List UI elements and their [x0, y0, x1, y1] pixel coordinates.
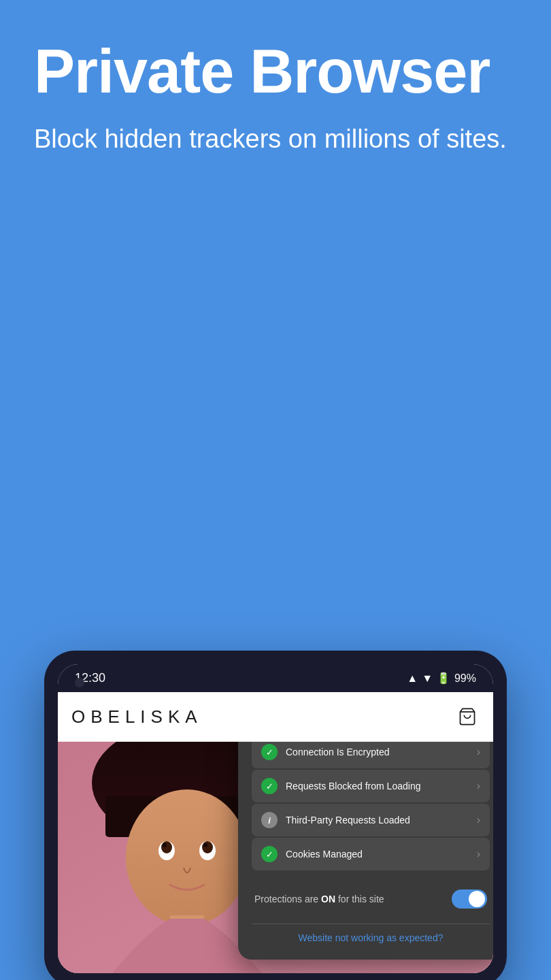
- security-item-third-party[interactable]: i Third-Party Requests Loaded ›: [252, 804, 490, 836]
- hero-title: Private Browser: [34, 41, 517, 102]
- phone-container: 12:30 ▲ ▼ 🔋 99% OBELISKA: [44, 651, 507, 980]
- security-label-encrypted: Connection Is Encrypted: [286, 747, 390, 757]
- svg-point-7: [161, 841, 172, 853]
- phone-screen: 12:30 ▲ ▼ 🔋 99% OBELISKA: [58, 664, 493, 973]
- security-label-blocked: Requests Blocked from Loading: [286, 781, 420, 791]
- security-list: ✓ Connection Is Encrypted › ✓ Requests B…: [252, 742, 490, 870]
- check-icon-blocked: ✓: [261, 778, 278, 794]
- status-bar: 12:30 ▲ ▼ 🔋 99%: [58, 664, 493, 692]
- not-working-link[interactable]: Website not working as expected?: [252, 932, 490, 946]
- chevron-icon-third-party: ›: [477, 814, 480, 826]
- hero-subtitle: Block hidden trackers on millions of sit…: [34, 122, 517, 156]
- phone-frame: 12:30 ▲ ▼ 🔋 99% OBELISKA: [44, 651, 507, 980]
- hero-section: Private Browser Block hidden trackers on…: [0, 0, 551, 210]
- toggle-thumb: [469, 891, 485, 907]
- panel-divider: [252, 924, 490, 924]
- security-label-third-party: Third-Party Requests Loaded: [286, 815, 410, 826]
- camera-notch: [75, 678, 84, 687]
- svg-point-10: [203, 843, 207, 847]
- security-item-cookies[interactable]: ✓ Cookies Managed ›: [252, 838, 490, 870]
- check-icon-cookies: ✓: [261, 846, 278, 862]
- svg-point-8: [202, 841, 213, 853]
- protections-row: Protections are ON for this site: [252, 883, 490, 915]
- website-logo: OBELISKA: [71, 706, 203, 728]
- security-label-cookies: Cookies Managed: [286, 849, 363, 860]
- protections-toggle[interactable]: [452, 889, 487, 909]
- svg-point-9: [163, 843, 167, 847]
- chevron-icon-blocked: ›: [477, 780, 480, 792]
- chevron-icon-cookies: ›: [477, 848, 480, 860]
- status-icons: ▲ ▼ 🔋 99%: [407, 672, 476, 685]
- website-hero-image: ← ⊘: [58, 742, 493, 973]
- security-item-encrypted[interactable]: ✓ Connection Is Encrypted ›: [252, 742, 490, 768]
- signal-icon: ▲: [407, 672, 418, 685]
- info-icon-third-party: i: [261, 812, 278, 828]
- security-item-blocked[interactable]: ✓ Requests Blocked from Loading ›: [252, 770, 490, 802]
- privacy-panel: ← ⊘: [238, 742, 493, 960]
- check-icon-encrypted: ✓: [261, 744, 278, 760]
- protections-text: Protections are ON for this site: [254, 894, 384, 904]
- website-header: OBELISKA: [58, 692, 493, 742]
- wifi-icon: ▼: [422, 672, 433, 685]
- battery-icon: 🔋: [437, 672, 450, 685]
- battery-percent: 99%: [454, 672, 476, 685]
- bag-icon: [455, 704, 480, 729]
- chevron-icon-encrypted: ›: [477, 746, 480, 758]
- browser-content: OBELISKA: [58, 692, 493, 973]
- svg-point-4: [126, 789, 248, 926]
